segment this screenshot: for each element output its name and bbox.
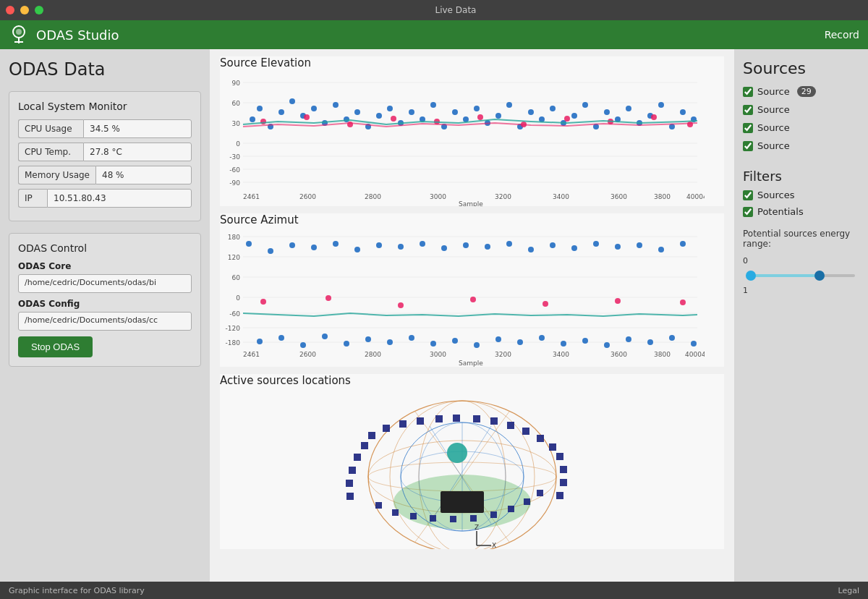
svg-text:-90: -90 [229, 179, 240, 187]
svg-point-48 [571, 113, 577, 119]
svg-point-98 [278, 335, 284, 341]
svg-text:3800: 3800 [654, 351, 671, 358]
source-checkbox-4[interactable] [743, 141, 753, 151]
svg-point-37 [452, 109, 458, 115]
svg-point-18 [250, 116, 255, 122]
svg-rect-192 [410, 513, 417, 519]
svg-text:60: 60 [232, 274, 241, 281]
svg-rect-178 [522, 428, 529, 435]
svg-point-53 [626, 106, 631, 111]
azimut-chart-title: Source Azimut [220, 213, 724, 226]
elevation-chart-section: Source Elevation 90 60 30 0 -30 -60 -90 [220, 56, 724, 206]
svg-point-58 [680, 109, 686, 115]
cpu-usage-row: CPU Usage 34.5 % [18, 119, 192, 138]
svg-rect-175 [473, 415, 480, 422]
svg-point-125 [571, 245, 577, 251]
svg-text:3000: 3000 [430, 193, 446, 200]
cpu-temp-value: 27.8 °C [83, 143, 192, 161]
right-panel: Sources Source 29 Source Source Source F… [734, 49, 868, 582]
source-checkbox-1[interactable] [743, 87, 753, 97]
elevation-chart: 90 60 30 0 -30 -60 -90 [220, 72, 724, 206]
svg-point-114 [452, 338, 458, 344]
svg-point-115 [463, 242, 469, 248]
center-panel: Source Elevation 90 60 30 0 -30 -60 -90 [210, 49, 734, 582]
filter-potentials-checkbox[interactable] [743, 207, 753, 217]
svg-point-21 [278, 109, 284, 115]
svg-text:3200: 3200 [495, 193, 511, 200]
source-label-2: Source [757, 104, 790, 115]
source-checkbox-2[interactable] [743, 105, 753, 115]
svg-text:0: 0 [236, 140, 240, 148]
svg-point-113 [441, 245, 447, 251]
svg-point-140 [470, 297, 476, 302]
source-checkbox-3[interactable] [743, 123, 753, 133]
svg-text:2461: 2461 [243, 193, 260, 200]
cpu-usage-value: 34.5 % [83, 119, 192, 138]
svg-point-67 [564, 116, 570, 122]
cpu-temp-label: CPU Temp. [18, 143, 83, 161]
svg-point-41 [495, 113, 501, 119]
svg-point-123 [550, 242, 556, 248]
close-button[interactable] [6, 6, 14, 14]
svg-point-39 [474, 106, 480, 111]
svg-point-28 [354, 109, 360, 115]
svg-point-46 [550, 106, 556, 111]
svg-rect-180 [549, 443, 556, 451]
footer-text: Graphic interface for ODAS library [9, 586, 838, 595]
svg-rect-198 [524, 498, 530, 505]
svg-point-127 [593, 241, 599, 247]
svg-text:3600: 3600 [610, 351, 627, 358]
svg-point-112 [430, 341, 436, 347]
svg-point-135 [680, 241, 686, 247]
svg-rect-177 [507, 422, 514, 429]
energy-range-label: Potential sources energy range: [743, 229, 859, 249]
svg-rect-194 [450, 516, 456, 522]
svg-point-132 [647, 339, 653, 345]
ip-label: IP [18, 189, 47, 208]
stop-odas-button[interactable]: Stop ODAS [18, 336, 93, 357]
svg-text:X: X [492, 542, 496, 549]
svg-rect-185 [346, 493, 354, 500]
svg-rect-170 [383, 425, 390, 432]
source-badge-1: 29 [797, 86, 816, 97]
footer-legal[interactable]: Legal [838, 586, 859, 595]
cpu-usage-label: CPU Usage [18, 119, 83, 138]
filter-potentials-item: Potentials [743, 206, 859, 217]
svg-point-116 [474, 342, 480, 348]
app-logo-icon [9, 25, 29, 45]
odas-config-path[interactable]: /home/cedric/Documents/odas/cc [18, 312, 192, 331]
svg-text:90: 90 [232, 80, 241, 87]
svg-point-35 [430, 102, 436, 108]
filter-potentials-label: Potentials [757, 206, 804, 217]
minimize-button[interactable] [20, 6, 29, 14]
svg-text:40004061: 40004061 [686, 193, 705, 200]
svg-point-33 [409, 109, 414, 115]
source-label-4: Source [757, 140, 790, 151]
source-item-4: Source [743, 140, 859, 151]
odas-control-panel: ODAS Control ODAS Core /home/cedric/Docu… [9, 233, 201, 367]
source-label-1: Source [757, 86, 790, 97]
svg-point-200 [447, 443, 467, 463]
svg-point-134 [669, 335, 675, 341]
svg-point-131 [637, 242, 642, 248]
svg-point-65 [477, 114, 483, 120]
svg-point-1 [16, 29, 22, 35]
svg-text:40004061: 40004061 [685, 351, 705, 358]
svg-point-108 [387, 339, 393, 345]
svg-point-30 [376, 113, 382, 119]
svg-rect-189 [556, 492, 563, 499]
record-button[interactable]: Record [825, 29, 859, 41]
svg-point-31 [387, 106, 393, 111]
maximize-button[interactable] [35, 6, 43, 14]
svg-text:2800: 2800 [365, 351, 381, 358]
svg-point-121 [528, 247, 534, 252]
svg-rect-190 [375, 502, 382, 509]
filter-sources-checkbox[interactable] [743, 190, 753, 200]
odas-core-path[interactable]: /home/cedric/Documents/odas/bi [18, 274, 192, 293]
energy-slider[interactable] [743, 268, 859, 283]
locations-section: Active sources locations [220, 374, 724, 549]
azimut-chart-section: Source Azimut 180 120 60 0 -60 -120 -180 [220, 213, 724, 367]
svg-text:2461: 2461 [243, 351, 260, 358]
svg-point-63 [391, 116, 396, 122]
svg-text:-120: -120 [226, 325, 241, 332]
